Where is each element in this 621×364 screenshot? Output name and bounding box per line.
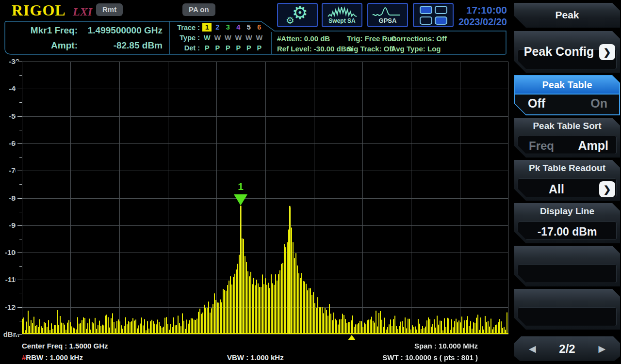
settings-button[interactable]: ⚙ ⚙ <box>277 3 318 27</box>
submenu-arrow-icon: ❯ <box>599 44 615 60</box>
spectrum-plot <box>16 61 508 335</box>
spectrum-canvas <box>16 61 508 335</box>
trace-number[interactable]: 4 <box>233 23 244 32</box>
menu-page-nav[interactable]: ◀ 2/2 ▶ <box>514 336 620 361</box>
trace-type: W <box>223 34 233 42</box>
preamp-on-badge[interactable]: PA on <box>182 3 215 16</box>
sig-track-readout: Sig Track: Off <box>347 44 396 54</box>
trace-number[interactable]: 1 <box>202 23 212 32</box>
trace-det: P <box>244 44 254 52</box>
marker-freq-label: Mkr1 Freq: <box>5 25 78 37</box>
trace-number[interactable]: 3 <box>223 23 233 32</box>
display-line-header: Display Line <box>514 206 620 217</box>
remote-badge[interactable]: Rmt <box>96 3 123 16</box>
marker-ampt-value: -82.85 dBm <box>78 40 168 52</box>
ref-level-readout: Ref Level: -30.00 dBm <box>277 44 353 54</box>
pk-table-readout-header: Pk Table Readout <box>514 163 620 174</box>
trace-types: WWWWWW <box>202 34 264 42</box>
corrections-readout: Corrections: Off <box>391 33 447 44</box>
span-readout: Span : 10.000 MHz <box>414 342 478 350</box>
marker-1-label: 1 <box>234 181 247 192</box>
settings-panel: #Atten: 0.00 dB Ref Level: -30.00 dBm Tr… <box>273 32 507 54</box>
sort-ampl-option[interactable]: Ampl <box>578 139 609 153</box>
marker-ampt-label: Ampt: <box>5 40 78 52</box>
trace-det: P <box>202 44 212 52</box>
swept-sa-mode-button[interactable]: Swept SA <box>322 3 362 27</box>
trace-type: W <box>212 34 223 42</box>
trace-numbers[interactable]: 123456 <box>202 23 264 32</box>
time-readout: 17:10:00 <box>410 4 507 16</box>
trace-row-label: Trace : <box>171 24 202 32</box>
softkey-blank-2 <box>514 289 620 330</box>
pk-table-readout-value: All <box>514 182 599 196</box>
swt-readout: SWT : 10.0000 s ( pts : 801 ) <box>382 353 478 362</box>
trace-number[interactable]: 2 <box>212 23 223 32</box>
date-readout: 2023/02/20 <box>410 16 507 28</box>
swept-sa-label: Swept SA <box>328 18 355 24</box>
type-row-label: Type : <box>171 34 202 42</box>
trace-type: W <box>244 34 254 42</box>
trace-det: P <box>233 44 244 52</box>
peak-table-sort-header: Peak Table Sort <box>514 121 620 131</box>
peak-config-label: Peak Config <box>514 45 604 59</box>
clock: 17:10:00 2023/02/20 <box>410 4 507 28</box>
atten-readout: #Atten: 0.00 dB <box>277 33 353 44</box>
softkey-peak-table-sort[interactable]: Peak Table Sort Freq Ampl <box>514 118 620 158</box>
sort-freq-option[interactable]: Freq <box>529 139 554 153</box>
trace-det: P <box>223 44 233 52</box>
softkey-pk-table-readout[interactable]: Pk Table Readout All ❯ <box>514 160 620 201</box>
rigol-logo: RIGOL <box>12 1 66 19</box>
trig-readout: Trig: Free Run <box>347 33 396 44</box>
menu-title-peak: Peak <box>514 3 620 28</box>
next-page-icon[interactable]: ▶ <box>598 343 605 354</box>
softkey-peak-config[interactable]: Peak Config ❯ <box>514 31 620 73</box>
menu-title-label: Peak <box>514 9 620 21</box>
peak-table-header: Peak Table <box>515 76 619 94</box>
center-freq-readout: Center Freq : 1.5000 GHz <box>22 342 108 350</box>
trace-type: W <box>254 34 265 42</box>
trace-type: W <box>233 34 244 42</box>
bottom-indicator-triangle-icon <box>348 335 356 340</box>
lxi-logo: LXI <box>73 5 92 18</box>
submenu-arrow-icon: ❯ <box>599 181 615 197</box>
gpsa-curve-icon <box>372 7 404 17</box>
trace-det: P <box>254 44 265 52</box>
peak-table-off-option[interactable]: Off <box>528 96 545 111</box>
peak-table-on-option[interactable]: On <box>590 96 607 111</box>
trace-number[interactable]: 5 <box>244 23 254 32</box>
det-row-label: Det : <box>171 44 202 52</box>
trace-table-panel: Trace : 123456 Type : WWWWWW Det : PPPPP… <box>171 22 271 54</box>
softkey-blank-1 <box>514 246 620 286</box>
marker-freq-value: 1.499500000 GHz <box>78 25 168 37</box>
spectrum-analyzer-screen: RIGOL LXI Rmt PA on Mkr1 Freq: 1.4995000… <box>0 0 621 364</box>
marker-readout-panel: Mkr1 Freq: 1.499500000 GHz Ampt: -82.85 … <box>5 22 168 54</box>
softkey-menu: Peak Peak Config ❯ Peak Table Off On Pea… <box>513 0 621 364</box>
display-line-value: -17.00 dBm <box>514 225 620 238</box>
softkey-display-line[interactable]: Display Line -17.00 dBm <box>514 203 620 243</box>
prev-page-icon[interactable]: ◀ <box>529 343 536 354</box>
trace-number[interactable]: 6 <box>254 23 265 32</box>
gear-icon: ⚙ ⚙ <box>283 4 312 26</box>
trace-detectors: PPPPPP <box>202 44 264 52</box>
vbw-readout: VBW : 1.000 kHz <box>227 353 284 362</box>
trace-type: W <box>202 34 212 42</box>
trace-det: P <box>212 44 223 52</box>
gpsa-label: GPSA <box>379 17 397 24</box>
rbw-readout: #RBW : 1.000 kHz <box>22 353 83 362</box>
avg-type-readout: Avg Type: Log <box>391 44 447 54</box>
gpsa-mode-button[interactable]: GPSA <box>367 3 408 27</box>
softkey-peak-table[interactable]: Peak Table Off On <box>514 75 620 115</box>
page-indicator: 2/2 <box>559 342 575 356</box>
marker-1-triangle-icon[interactable] <box>234 194 247 206</box>
swept-sa-waveform-icon <box>327 6 357 18</box>
